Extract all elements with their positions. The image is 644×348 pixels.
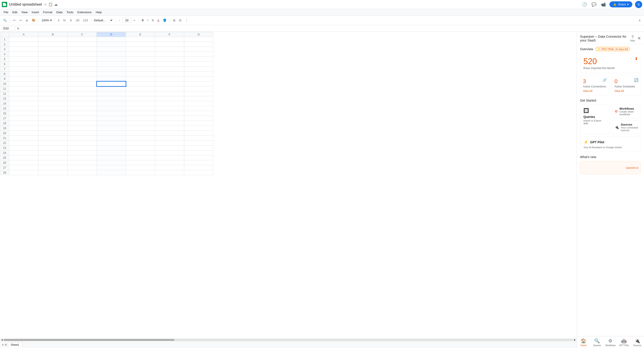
cell-F17[interactable]: [155, 116, 184, 121]
cell-F22[interactable]: [155, 141, 184, 146]
cell-A24[interactable]: [9, 150, 38, 155]
row-number[interactable]: 11: [0, 86, 9, 91]
cell-A4[interactable]: [9, 52, 38, 57]
history-icon[interactable]: 🕐: [581, 1, 588, 8]
help-icon[interactable]: ?: [632, 35, 634, 39]
cell-E1[interactable]: [126, 37, 155, 42]
cell-A18[interactable]: [9, 121, 38, 126]
cell-E3[interactable]: [126, 47, 155, 52]
cell-F16[interactable]: [155, 111, 184, 116]
cell-A9[interactable]: [9, 76, 38, 81]
merge-button[interactable]: ⊟: [178, 18, 183, 23]
cell-A21[interactable]: [9, 136, 38, 141]
cell-G14[interactable]: [184, 101, 214, 106]
sheet-scroll[interactable]: A B C D E F G 12345678910111213141516171…: [0, 32, 577, 338]
cell-G8[interactable]: [184, 71, 214, 76]
cell-C4[interactable]: [68, 52, 97, 57]
cell-F26[interactable]: [155, 160, 184, 165]
cell-B24[interactable]: [38, 150, 68, 155]
comments-icon[interactable]: 💬: [590, 1, 597, 8]
paint-format-button[interactable]: 🎨: [30, 18, 37, 23]
row-number[interactable]: 26: [0, 160, 9, 165]
row-number[interactable]: 8: [0, 71, 9, 76]
cell-E23[interactable]: [126, 146, 155, 150]
cell-A22[interactable]: [9, 141, 38, 146]
cell-F21[interactable]: [155, 136, 184, 141]
cell-E5[interactable]: [126, 57, 155, 62]
cell-C12[interactable]: [68, 91, 97, 96]
cell-G7[interactable]: [184, 67, 214, 71]
cell-C11[interactable]: [68, 86, 97, 91]
row-number[interactable]: 24: [0, 150, 9, 155]
cell-C16[interactable]: [68, 111, 97, 116]
search-button[interactable]: 🔍: [2, 18, 8, 23]
cell-F13[interactable]: [155, 96, 184, 101]
menu-data[interactable]: Data: [54, 10, 64, 15]
row-number[interactable]: 6: [0, 62, 9, 67]
cell-F14[interactable]: [155, 101, 184, 106]
cell-D8[interactable]: [97, 71, 126, 76]
cell-G27[interactable]: [184, 165, 214, 170]
cell-A11[interactable]: [9, 86, 38, 91]
cell-F19[interactable]: [155, 126, 184, 131]
cell-A23[interactable]: [9, 146, 38, 150]
cell-B1[interactable]: [38, 37, 68, 42]
row-number[interactable]: 16: [0, 111, 9, 116]
row-number[interactable]: 10: [0, 81, 9, 86]
horizontal-scrollbar[interactable]: ◀ ▶: [0, 338, 577, 341]
cell-B19[interactable]: [38, 126, 68, 131]
cell-B5[interactable]: [38, 57, 68, 62]
sheet-tab-1[interactable]: Sheet1: [8, 342, 22, 348]
borders-button[interactable]: ⊞: [172, 18, 177, 23]
cell-D10[interactable]: [97, 81, 126, 86]
redo-button[interactable]: ↪: [18, 18, 23, 23]
cell-E19[interactable]: [126, 126, 155, 131]
row-number[interactable]: 20: [0, 131, 9, 136]
cell-C8[interactable]: [68, 71, 97, 76]
row-number[interactable]: 22: [0, 141, 9, 146]
cell-B18[interactable]: [38, 121, 68, 126]
cell-A27[interactable]: [9, 165, 38, 170]
zoom-select[interactable]: 100% 75% 50% 125% 150%: [40, 18, 53, 22]
cell-F11[interactable]: [155, 86, 184, 91]
menu-extensions[interactable]: Extensions: [76, 10, 94, 15]
cell-F24[interactable]: [155, 150, 184, 155]
cell-E27[interactable]: [126, 165, 155, 170]
cell-E25[interactable]: [126, 155, 155, 160]
cell-B15[interactable]: [38, 106, 68, 111]
nav-home[interactable]: 🏠 Home: [577, 336, 590, 348]
cell-E13[interactable]: [126, 96, 155, 101]
cell-E15[interactable]: [126, 106, 155, 111]
fill-color-button[interactable]: 🪣: [162, 18, 168, 23]
menu-help[interactable]: Help: [94, 10, 104, 15]
bold-button[interactable]: B: [140, 18, 145, 23]
cell-E12[interactable]: [126, 91, 155, 96]
col-header-G[interactable]: G: [184, 32, 214, 37]
currency-button[interactable]: £: [56, 18, 61, 23]
cell-F28[interactable]: [155, 170, 184, 175]
cell-B20[interactable]: [38, 131, 68, 136]
col-header-C[interactable]: C: [68, 32, 97, 37]
cell-B14[interactable]: [38, 101, 68, 106]
strikethrough-button[interactable]: S: [150, 18, 155, 23]
cell-D2[interactable]: [97, 42, 126, 47]
cell-C1[interactable]: [68, 37, 97, 42]
cell-B22[interactable]: [38, 141, 68, 146]
cell-G25[interactable]: [184, 155, 214, 160]
cell-B13[interactable]: [38, 96, 68, 101]
increase-decimal-button[interactable]: .00: [74, 18, 81, 23]
row-number[interactable]: 5: [0, 57, 9, 62]
gpt-pilot-section[interactable]: ⚡ GPT Pilot Your AI Assistant on Google …: [580, 136, 641, 152]
cell-F27[interactable]: [155, 165, 184, 170]
cell-C15[interactable]: [68, 106, 97, 111]
cell-C18[interactable]: [68, 121, 97, 126]
cell-B7[interactable]: [38, 67, 68, 71]
cell-E8[interactable]: [126, 71, 155, 76]
cell-B21[interactable]: [38, 136, 68, 141]
row-number[interactable]: 13: [0, 96, 9, 101]
cell-A2[interactable]: [9, 42, 38, 47]
cell-D25[interactable]: [97, 155, 126, 160]
cell-G1[interactable]: [184, 37, 214, 42]
cell-D6[interactable]: [97, 62, 126, 67]
undo-button[interactable]: ↩: [12, 18, 17, 23]
